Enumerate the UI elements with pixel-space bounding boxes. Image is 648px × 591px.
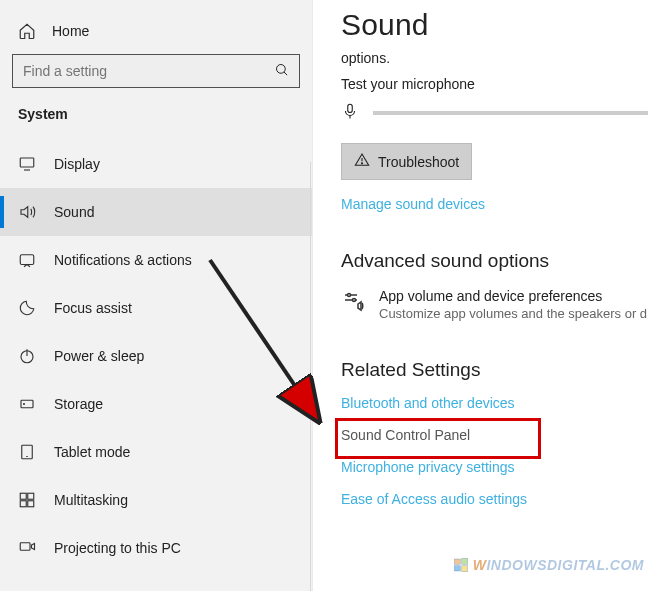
svg-rect-8 (21, 400, 33, 408)
svg-line-1 (284, 72, 287, 75)
sidebar-section-title: System (0, 106, 312, 140)
sidebar-item-label: Display (54, 156, 100, 172)
sidebar-item-focus-assist[interactable]: Focus assist (0, 284, 312, 332)
svg-rect-15 (28, 501, 34, 507)
sidebar-item-display[interactable]: Display (0, 140, 312, 188)
sliders-icon (341, 290, 365, 317)
main-content: Sound options. Test your microphone Trou… (313, 0, 648, 591)
svg-rect-14 (20, 501, 26, 507)
sidebar-item-label: Focus assist (54, 300, 132, 316)
manage-sound-devices-link[interactable]: Manage sound devices (341, 196, 485, 212)
svg-point-9 (24, 404, 25, 405)
sidebar-item-label: Notifications & actions (54, 252, 192, 268)
search-icon (274, 62, 289, 80)
related-heading: Related Settings (341, 359, 648, 381)
svg-rect-30 (454, 559, 460, 564)
windows-logo-icon (453, 557, 469, 573)
sidebar-item-projecting[interactable]: Projecting to this PC (0, 524, 312, 572)
svg-point-26 (353, 299, 356, 302)
svg-rect-18 (348, 104, 353, 112)
sidebar-item-tablet-mode[interactable]: Tablet mode (0, 428, 312, 476)
search-input[interactable] (23, 63, 274, 79)
svg-rect-2 (20, 158, 34, 167)
sidebar-home[interactable]: Home (0, 18, 312, 54)
advanced-heading: Advanced sound options (341, 250, 648, 272)
link-ease-of-access-audio[interactable]: Ease of Access audio settings (341, 491, 527, 507)
svg-rect-12 (20, 493, 26, 499)
sidebar-home-label: Home (52, 23, 89, 39)
app-volume-preferences[interactable]: App volume and device preferences Custom… (341, 288, 648, 321)
sidebar-item-sound[interactable]: Sound (0, 188, 312, 236)
svg-point-0 (277, 65, 286, 74)
multitasking-icon (18, 491, 36, 509)
sidebar-item-label: Sound (54, 204, 94, 220)
sidebar-item-notifications[interactable]: Notifications & actions (0, 236, 312, 284)
svg-point-25 (348, 294, 351, 297)
pref-title: App volume and device preferences (379, 288, 647, 304)
svg-marker-4 (21, 207, 28, 218)
sidebar-item-label: Projecting to this PC (54, 540, 181, 556)
sidebar-item-label: Storage (54, 396, 103, 412)
troubleshoot-label: Troubleshoot (378, 154, 459, 170)
display-icon (18, 155, 36, 173)
home-icon (18, 22, 36, 40)
page-title: Sound (341, 8, 648, 42)
storage-icon (18, 395, 36, 413)
sidebar-item-label: Tablet mode (54, 444, 130, 460)
sub-text: options. (341, 50, 648, 76)
svg-rect-5 (20, 255, 34, 265)
sidebar-item-label: Multitasking (54, 492, 128, 508)
sound-icon (18, 203, 36, 221)
svg-point-22 (361, 163, 362, 164)
svg-rect-33 (461, 566, 467, 572)
settings-sidebar: Home System Display Sound Notifications … (0, 0, 313, 591)
watermark: WINDOWSDIGITAL.COM (453, 557, 644, 573)
link-bluetooth-devices[interactable]: Bluetooth and other devices (341, 395, 515, 411)
notifications-icon (18, 251, 36, 269)
pref-subtitle: Customize app volumes and the speakers o… (379, 306, 647, 321)
projecting-icon (18, 539, 36, 557)
troubleshoot-button[interactable]: Troubleshoot (341, 143, 472, 180)
link-sound-control-panel[interactable]: Sound Control Panel (341, 427, 470, 443)
svg-marker-27 (358, 302, 361, 310)
sidebar-item-storage[interactable]: Storage (0, 380, 312, 428)
link-microphone-privacy[interactable]: Microphone privacy settings (341, 459, 515, 475)
svg-rect-31 (461, 558, 467, 564)
mic-level-bar (373, 111, 648, 115)
test-mic-label: Test your microphone (341, 76, 648, 100)
search-box[interactable] (12, 54, 300, 88)
sidebar-item-multitasking[interactable]: Multitasking (0, 476, 312, 524)
svg-rect-13 (28, 493, 34, 499)
sidebar-item-power-sleep[interactable]: Power & sleep (0, 332, 312, 380)
power-icon (18, 347, 36, 365)
vertical-separator (310, 162, 311, 591)
svg-rect-16 (20, 543, 30, 551)
svg-marker-17 (32, 544, 35, 550)
tablet-icon (18, 443, 36, 461)
microphone-icon (341, 100, 359, 125)
sidebar-item-label: Power & sleep (54, 348, 144, 364)
warning-icon (354, 152, 370, 171)
svg-rect-32 (454, 566, 460, 571)
focus-assist-icon (18, 299, 36, 317)
